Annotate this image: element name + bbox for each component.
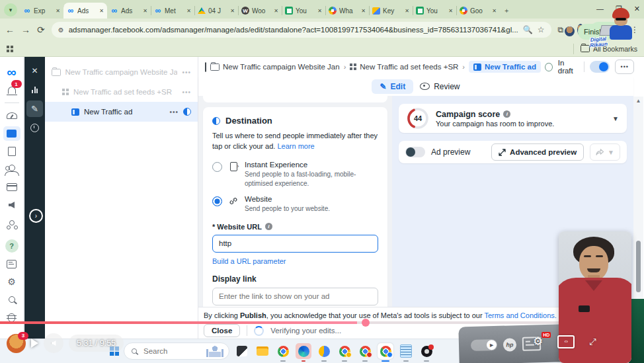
events-manager-button[interactable] bbox=[3, 216, 20, 230]
radio-selected[interactable] bbox=[212, 196, 222, 206]
advanced-preview-button[interactable]: Advanced preview bbox=[491, 143, 584, 161]
browser-tab[interactable]: Exp✕ bbox=[20, 3, 63, 19]
browser-tab[interactable]: Woo✕ bbox=[238, 3, 282, 19]
player-settings-icon[interactable]: ⚙HD bbox=[533, 335, 543, 348]
zoom-page-icon[interactable]: 🔍 bbox=[523, 25, 533, 34]
browser-tab-active[interactable]: Ads✕ bbox=[63, 3, 107, 19]
help-button[interactable]: ? bbox=[3, 239, 20, 253]
forward-button[interactable]: → bbox=[21, 24, 30, 35]
website-url-input[interactable] bbox=[212, 235, 378, 253]
option-instant-experience[interactable]: Instant Experience Send people to a fast… bbox=[212, 161, 378, 188]
notifications-button[interactable]: 1 bbox=[3, 83, 20, 97]
tab-close-icon[interactable]: ✕ bbox=[317, 8, 322, 14]
ad-preview-toggle[interactable] bbox=[405, 147, 425, 157]
taskbar-search-input[interactable] bbox=[142, 346, 199, 356]
billing-button[interactable] bbox=[3, 180, 20, 194]
tab-close-icon[interactable]: ✕ bbox=[56, 8, 60, 14]
tab-close-icon[interactable]: ✕ bbox=[492, 8, 497, 14]
fullscreen-icon[interactable]: ⤢ bbox=[589, 337, 596, 347]
terms-link[interactable]: Terms and Conditions. bbox=[484, 311, 556, 319]
expand-panel-chevron[interactable]: › bbox=[29, 209, 43, 223]
breadcrumb-ad-current[interactable]: New Traffic ad bbox=[469, 61, 541, 73]
chrome-profile-button[interactable] bbox=[337, 343, 352, 359]
chrome-button[interactable] bbox=[275, 343, 291, 359]
browser-profile-button[interactable] bbox=[316, 343, 332, 359]
settings-button[interactable]: ⚙ bbox=[3, 274, 20, 289]
channel-avatar[interactable]: 3 bbox=[7, 334, 26, 353]
option-website[interactable]: Website Send people to your website. bbox=[212, 195, 378, 214]
tree-row-ad-selected[interactable]: New Traffic ad ••• bbox=[45, 102, 198, 122]
browser-tab[interactable]: You✕ bbox=[282, 3, 325, 19]
volume-button[interactable] bbox=[44, 333, 63, 353]
tree-row-adset[interactable]: New Traffic ad set feeds +SR ••• bbox=[45, 82, 198, 102]
scroll-up-icon[interactable]: ▲ bbox=[633, 98, 643, 104]
breadcrumb-adset[interactable]: New Traffic ad set feeds +SR bbox=[350, 63, 458, 71]
miniplayer-icon[interactable]: ‹› bbox=[557, 335, 575, 348]
tab-close-icon[interactable]: ✕ bbox=[361, 8, 366, 14]
row-options-icon[interactable]: ••• bbox=[182, 89, 191, 96]
info-icon[interactable]: i bbox=[503, 110, 510, 118]
build-url-parameter-link[interactable]: Build a URL parameter bbox=[212, 257, 378, 265]
chrome-active-button[interactable] bbox=[378, 343, 393, 359]
charts-button[interactable] bbox=[26, 81, 43, 98]
tab-review[interactable]: Review bbox=[420, 82, 460, 91]
tree-row-campaign[interactable]: New Traffic campaign Website Jan ••• bbox=[45, 62, 198, 82]
browser-tab[interactable]: You✕ bbox=[413, 3, 456, 19]
more-options-button[interactable]: ••• bbox=[615, 60, 634, 74]
browser-tab[interactable]: Key✕ bbox=[369, 3, 413, 19]
tab-close-icon[interactable]: ✕ bbox=[274, 8, 278, 14]
row-options-icon[interactable]: ••• bbox=[169, 108, 179, 116]
share-button[interactable]: ▼ bbox=[590, 143, 620, 161]
tab-close-icon[interactable]: ✕ bbox=[230, 8, 235, 14]
new-tab-button[interactable]: ＋ bbox=[500, 3, 520, 19]
play-button[interactable] bbox=[31, 339, 38, 348]
tab-close-icon[interactable]: ✕ bbox=[99, 8, 104, 14]
site-settings-icon[interactable]: ⚙ bbox=[58, 26, 64, 34]
advertising-button[interactable] bbox=[3, 198, 20, 212]
tab-close-icon[interactable]: ✕ bbox=[143, 8, 147, 14]
close-panel-button[interactable]: ✕ bbox=[26, 62, 43, 79]
browser-tab[interactable]: 04 J✕ bbox=[194, 3, 238, 19]
url-text[interactable]: adsmanager.facebook.com/adsmanager/manag… bbox=[69, 26, 518, 34]
browser-tab[interactable]: Ads✕ bbox=[107, 3, 151, 19]
taskbar-search[interactable] bbox=[124, 343, 229, 360]
learn-more-link[interactable]: Learn more bbox=[277, 142, 314, 150]
notepad-button[interactable] bbox=[398, 343, 414, 359]
task-view-button[interactable] bbox=[234, 343, 250, 359]
file-explorer-button[interactable] bbox=[255, 343, 270, 359]
history-button[interactable] bbox=[26, 120, 43, 136]
browser-tab[interactable]: Wha✕ bbox=[325, 3, 369, 19]
tab-edit[interactable]: ✎Edit bbox=[372, 79, 413, 94]
business-news-button[interactable] bbox=[3, 257, 20, 271]
chrome-profile-button[interactable] bbox=[357, 343, 373, 359]
account-overview-button[interactable] bbox=[3, 108, 20, 123]
close-button[interactable]: Close bbox=[204, 324, 240, 337]
tab-close-icon[interactable]: ✕ bbox=[448, 8, 453, 14]
tab-close-icon[interactable]: ✕ bbox=[186, 8, 191, 14]
scrollbar-thumb[interactable] bbox=[636, 241, 641, 292]
radio-unselected[interactable] bbox=[212, 162, 222, 172]
browser-tab[interactable]: Goo✕ bbox=[456, 3, 500, 19]
row-options-icon[interactable]: ••• bbox=[182, 69, 191, 76]
search-button[interactable] bbox=[3, 292, 20, 307]
bookmark-star-icon[interactable]: ☆ bbox=[538, 25, 545, 34]
breadcrumb-campaign[interactable]: New Traffic campaign Website Jan bbox=[210, 63, 340, 71]
meta-logo[interactable]: ∞ bbox=[3, 65, 20, 79]
back-button[interactable]: ← bbox=[5, 24, 15, 35]
video-progress-bar[interactable] bbox=[0, 321, 644, 324]
audiences-button[interactable] bbox=[3, 162, 20, 177]
tab-close-icon[interactable]: ✕ bbox=[405, 8, 409, 14]
reload-button[interactable]: ⟳ bbox=[37, 24, 45, 35]
ads-reporting-button[interactable] bbox=[3, 144, 20, 159]
browser-tab[interactable]: Met✕ bbox=[151, 3, 194, 19]
obs-button[interactable] bbox=[419, 343, 434, 359]
campaigns-button[interactable] bbox=[3, 126, 20, 141]
address-bar[interactable]: ⚙ adsmanager.facebook.com/adsmanager/man… bbox=[52, 22, 551, 38]
extensions-icon[interactable]: ⧉ bbox=[558, 25, 564, 34]
edge-button[interactable] bbox=[296, 343, 311, 359]
edit-mode-button[interactable]: ✎ bbox=[26, 101, 43, 117]
campaign-score-card[interactable]: 44 Campaign scorei Your campaign has roo… bbox=[399, 104, 627, 133]
ad-active-toggle[interactable] bbox=[590, 61, 610, 73]
progress-handle[interactable] bbox=[362, 319, 370, 327]
info-icon[interactable]: i bbox=[265, 223, 272, 230]
